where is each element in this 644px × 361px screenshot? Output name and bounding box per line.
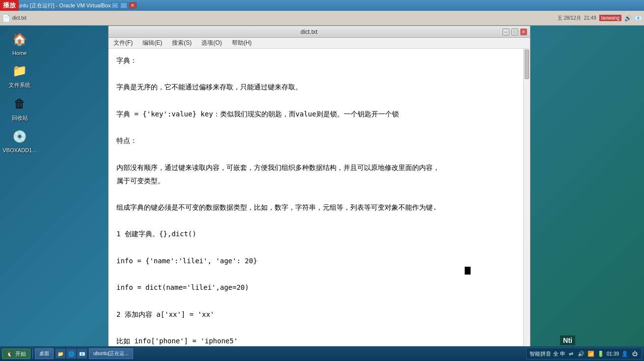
taskbar-separator-1: [32, 349, 33, 359]
editor-line-18: info = dict(name='lilei',age=20): [116, 281, 515, 294]
editor-line-16: info = {'name':'lilei', 'age': 20}: [116, 255, 515, 267]
vbox-tray-user: laowang: [599, 15, 621, 21]
desktop-icon-recycle[interactable]: 🗑 回收站: [4, 94, 35, 122]
tray-user-icon: 👤: [621, 350, 629, 358]
start-button[interactable]: 🐧 开始: [2, 349, 30, 359]
vbox-window-controls: ─ □ ✕: [111, 2, 137, 9]
editor-titlebar: dict.txt ─ □ ✕: [109, 26, 530, 38]
editor-line-4: [116, 95, 515, 107]
editor-area: 字典： 字典是无序的，它不能通过偏移来存取，只能通过键来存取。 字典 = {'k…: [109, 49, 530, 354]
nti-label: Nti: [560, 335, 575, 345]
vbox-toolbar: 📄 dict.txt 五 28/12月 21:49 laowang 🔊 📧: [0, 11, 644, 26]
vbox-titlebar: ubuntu [正在运行] - Oracle VM VirtualBox ─ □…: [0, 0, 644, 11]
filesystem-icon: 📁: [10, 61, 29, 81]
menu-search[interactable]: 搜索(S): [170, 38, 194, 48]
vbox-addon-icon: 💿: [10, 127, 29, 146]
tray-time-display: 01:39: [607, 351, 619, 357]
editor-line-3: 字典是无序的，它不能通过偏移来存取，只能通过键来存取。: [116, 81, 515, 93]
menu-help[interactable]: 帮助(H): [230, 38, 254, 48]
vbox-addon-label: VBOXADD1...: [2, 147, 36, 153]
home-icon-label: Home: [12, 50, 27, 56]
editor-line-12: 组成字典的键必须是不可变的数据数据类型，比如，数字，字符串，元组等，列表等可变对…: [116, 201, 515, 214]
editor-line-10: 属于可变类型。: [116, 175, 515, 187]
tray-icon-2: 🔊: [577, 350, 585, 358]
vbox-close-btn[interactable]: ✕: [129, 2, 137, 9]
editor-line-5: 字典 = {'key':value} key：类似我们现实的朝匙，而value则…: [116, 108, 515, 120]
editor-line-7: 特点：: [116, 135, 515, 147]
tray-icon-3: 📶: [587, 350, 595, 358]
filesystem-icon-label: 文件系统: [9, 82, 30, 89]
editor-line-19: [116, 295, 515, 307]
home-icon: 🏠: [10, 29, 29, 49]
editor-line-20: 2 添加内容 a['xx'] = 'xx': [116, 308, 515, 321]
tray-input-mode: 全 申: [553, 350, 565, 358]
desktop-icon-filesystem[interactable]: 📁 文件系统: [4, 61, 35, 89]
menu-edit[interactable]: 编辑(E): [140, 38, 164, 48]
taskbar: 🐧 开始 桌面 📁 🌐 📧 ubuntu[正在运... 智能拼音 全 申 ⇌ 🔊…: [0, 346, 644, 361]
recycle-icon-label: 回收站: [12, 114, 28, 122]
editor-line-15: [116, 242, 515, 254]
bofang-label: 播放: [0, 0, 19, 11]
system-tray: 智能拼音 全 申 ⇌ 🔊 📶 🔋 01:39 👤 ⏻: [526, 348, 642, 360]
editor-window: dict.txt ─ □ ✕ 文件(F) 编辑(E) 搜索(S) 选项(O) 帮…: [108, 26, 531, 355]
tray-power-icon: ⏻: [631, 350, 639, 358]
editor-line-21: [116, 322, 515, 334]
editor-window-title: dict.txt: [115, 28, 503, 35]
taskbar-desktop-label: 桌面: [39, 350, 49, 357]
editor-scroll-thumb[interactable]: [525, 50, 529, 79]
editor-line-17: [116, 268, 515, 280]
vbox-maximize-btn[interactable]: □: [120, 2, 128, 9]
desktop-icons: 🏠 Home 📁 文件系统 🗑 回收站 💿 VBOXADD1...: [4, 29, 35, 153]
menu-file[interactable]: 文件(F): [112, 38, 135, 48]
editor-maximize-btn[interactable]: □: [511, 28, 518, 35]
editor-close-btn[interactable]: ✕: [520, 28, 527, 35]
vbox-toolbar-file-label: dict.txt: [12, 15, 27, 21]
taskbar-ubuntu-label: ubuntu[正在运...: [93, 350, 129, 357]
taskbar-quick-icon-2[interactable]: 🌐: [66, 349, 76, 359]
tray-battery-icon: 🔋: [597, 350, 605, 358]
recycle-icon: 🗑: [10, 94, 29, 113]
editor-line-14: 1 创建字典。{},dict(): [116, 228, 515, 240]
tray-smart-input: 智能拼音: [530, 350, 551, 358]
editor-line-9: 内部没有顺序，通过键来读取内容，可嵌套，方便我们组织多种数据结构，并且可以原地修…: [116, 162, 515, 174]
tray-icon-1: ⇌: [567, 350, 575, 358]
editor-menubar: 文件(F) 编辑(E) 搜索(S) 选项(O) 帮助(H): [109, 38, 530, 49]
start-label: 开始: [15, 350, 26, 358]
editor-line-13: [116, 215, 515, 227]
taskbar-quick-icon-1[interactable]: 📁: [56, 349, 65, 359]
menu-format[interactable]: 选项(O): [199, 38, 224, 48]
vbox-tray-icon1: 🔊: [624, 15, 632, 22]
editor-minimize-btn[interactable]: ─: [503, 28, 509, 35]
editor-line-6: [116, 121, 515, 134]
editor-win-btns: ─ □ ✕: [503, 28, 527, 35]
editor-line-22: 比如 info['phone'] = 'iphone5': [116, 335, 515, 347]
editor-line-8: [116, 148, 515, 160]
start-icon: 🐧: [6, 351, 13, 357]
vbox-tray-icon2: 📧: [635, 15, 642, 22]
editor-text-area[interactable]: 字典： 字典是无序的，它不能通过偏移来存取，只能通过键来存取。 字典 = {'k…: [109, 49, 523, 354]
vbox-tray-clock: 21:49: [584, 15, 596, 21]
desktop-icon-vbox[interactable]: 💿 VBOXADD1...: [4, 127, 35, 153]
taskbar-quick-icons: 📁 🌐 📧: [56, 349, 87, 359]
taskbar-quick-icon-3[interactable]: 📧: [77, 349, 87, 359]
editor-scrollbar[interactable]: [523, 49, 530, 354]
vbox-tray: 五 28/12月 21:49 laowang 🔊 📧: [558, 15, 642, 22]
taskbar-desktop-btn[interactable]: 桌面: [35, 348, 54, 359]
desktop-icon-home[interactable]: 🏠 Home: [4, 29, 35, 56]
taskbar-ubuntu-btn[interactable]: ubuntu[正在运...: [89, 348, 133, 359]
editor-line-2: [116, 68, 515, 80]
vbox-toolbar-file-icon: 📄 dict.txt: [2, 14, 27, 22]
editor-line-11: [116, 188, 515, 200]
vbox-title-text: ubuntu [正在运行] - Oracle VM VirtualBox: [12, 2, 111, 9]
vbox-minimize-btn[interactable]: ─: [111, 2, 119, 9]
vbox-tray-date: 五 28/12月: [558, 15, 581, 22]
editor-line-1: 字典：: [116, 55, 515, 67]
text-cursor: [465, 267, 471, 275]
